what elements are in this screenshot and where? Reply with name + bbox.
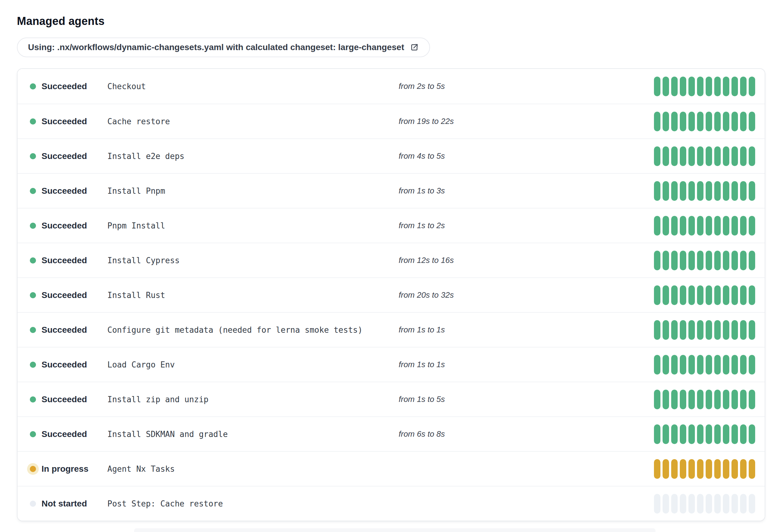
- bar-segment: [688, 216, 695, 236]
- status-label: Succeeded: [41, 151, 87, 161]
- bar-segment: [697, 251, 703, 270]
- agent-step-row[interactable]: Succeeded Install Rust from 20s to 32s: [17, 277, 765, 312]
- bar-segment: [732, 112, 738, 131]
- agent-step-row[interactable]: In progress Agent Nx Tasks: [17, 451, 765, 486]
- bar-segment: [714, 146, 721, 166]
- bar-segment: [697, 320, 703, 340]
- step-name: Install Pnpm: [107, 186, 399, 195]
- agent-step-row[interactable]: Succeeded Cache restore from 19s to 22s: [17, 104, 765, 138]
- bar-segment: [680, 146, 686, 166]
- bar-segment: [688, 320, 695, 340]
- bar-segment: [663, 181, 669, 201]
- agent-step-row[interactable]: Succeeded Configure git metadata (needed…: [17, 312, 765, 347]
- bar-segment: [740, 216, 747, 236]
- bar-segment: [671, 216, 678, 236]
- status-dot-icon: [30, 362, 36, 368]
- bar-segment: [740, 146, 747, 166]
- status-cell: Succeeded: [30, 186, 107, 196]
- step-name: Install e2e deps: [107, 152, 399, 161]
- agent-step-row[interactable]: Succeeded Install e2e deps from 4s to 5s: [17, 138, 765, 173]
- agent-step-row[interactable]: Succeeded Install zip and unzip from 1s …: [17, 382, 765, 416]
- bar-segment: [671, 251, 678, 270]
- bar-segment: [663, 355, 669, 375]
- step-name: Cache restore: [107, 117, 399, 126]
- bar-segment: [654, 320, 660, 340]
- step-name: Install Rust: [107, 291, 399, 300]
- bar-segment: [671, 181, 678, 201]
- step-duration: from 12s to 16s: [399, 256, 654, 265]
- bar-segment: [732, 355, 738, 375]
- bar-segment: [732, 77, 738, 96]
- bar-segment: [714, 216, 721, 236]
- bar-segment: [749, 459, 755, 479]
- bar-segment: [714, 355, 721, 375]
- bar-segment: [688, 146, 695, 166]
- bar-segment: [654, 355, 660, 375]
- status-dot-icon: [30, 223, 36, 229]
- bar-segment: [671, 459, 678, 479]
- bar-segment: [697, 390, 703, 409]
- status-cell: Succeeded: [30, 360, 107, 370]
- status-cell: Succeeded: [30, 290, 107, 300]
- bar-segment: [723, 251, 729, 270]
- bar-segment: [654, 77, 660, 96]
- bar-segment: [732, 146, 738, 166]
- bar-segment: [680, 77, 686, 96]
- step-name: Install zip and unzip: [107, 395, 399, 404]
- agent-step-row[interactable]: Succeeded Checkout from 2s to 5s: [17, 69, 765, 104]
- agent-progress-bar: [654, 355, 755, 375]
- agent-step-row[interactable]: Succeeded Install SDKMAN and gradle from…: [17, 416, 765, 451]
- bar-segment: [680, 459, 686, 479]
- bar-segment: [740, 320, 747, 340]
- bar-segment: [706, 112, 712, 131]
- bar-segment: [714, 459, 721, 479]
- bar-segment: [671, 355, 678, 375]
- bar-segment: [697, 112, 703, 131]
- bar-segment: [740, 459, 747, 479]
- bar-segment: [706, 181, 712, 201]
- status-cell: Succeeded: [30, 117, 107, 126]
- agent-progress-bar: [654, 251, 755, 270]
- workflow-config-link[interactable]: Using: .nx/workflows/dynamic-changesets.…: [17, 37, 430, 57]
- bar-segment: [663, 459, 669, 479]
- status-label: Succeeded: [41, 395, 87, 404]
- bar-segment: [663, 320, 669, 340]
- agent-step-row[interactable]: Succeeded Install Pnpm from 1s to 3s: [17, 173, 765, 208]
- agent-progress-bar: [654, 424, 755, 444]
- bar-segment: [680, 216, 686, 236]
- status-label: Succeeded: [41, 325, 87, 335]
- bar-segment: [723, 181, 729, 201]
- agent-progress-bar: [654, 112, 755, 131]
- step-duration: from 6s to 8s: [399, 429, 654, 439]
- status-dot-icon: [30, 257, 36, 264]
- bar-segment: [749, 146, 755, 166]
- step-duration: from 1s to 1s: [399, 360, 654, 369]
- bar-segment: [732, 285, 738, 305]
- agents-status-table: Succeeded Checkout from 2s to 5s Succeed…: [17, 68, 765, 521]
- external-link-icon: [410, 43, 419, 52]
- bar-segment: [671, 112, 678, 131]
- step-name: Load Cargo Env: [107, 360, 399, 369]
- bar-segment: [680, 355, 686, 375]
- bar-segment: [654, 390, 660, 409]
- status-dot-icon: [30, 501, 36, 507]
- agent-step-row[interactable]: Succeeded Install Cypress from 12s to 16…: [17, 243, 765, 277]
- step-duration: from 19s to 22s: [399, 117, 654, 126]
- agent-step-row[interactable]: Not started Post Step: Cache restore: [17, 486, 765, 521]
- bar-segment: [740, 424, 747, 444]
- bar-segment: [671, 390, 678, 409]
- bar-segment: [714, 390, 721, 409]
- bar-segment: [749, 216, 755, 236]
- step-duration: from 1s to 5s: [399, 395, 654, 404]
- bar-segment: [706, 251, 712, 270]
- bar-segment: [663, 251, 669, 270]
- agent-step-row[interactable]: Succeeded Load Cargo Env from 1s to 1s: [17, 347, 765, 382]
- bar-segment: [732, 251, 738, 270]
- status-dot-icon: [30, 83, 36, 90]
- bar-segment: [680, 494, 686, 514]
- bar-segment: [714, 320, 721, 340]
- bar-segment: [740, 285, 747, 305]
- status-label: In progress: [41, 464, 88, 474]
- agent-step-row[interactable]: Succeeded Pnpm Install from 1s to 2s: [17, 208, 765, 243]
- bar-segment: [749, 390, 755, 409]
